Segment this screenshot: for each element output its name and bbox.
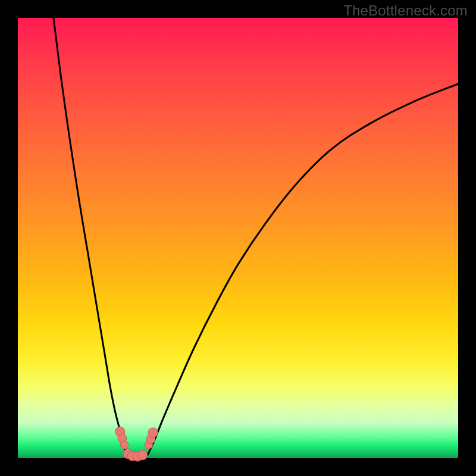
data-marker <box>137 450 147 460</box>
curve-layer <box>54 18 458 458</box>
chart-plot-area <box>18 18 458 458</box>
curve-left-branch <box>54 18 126 455</box>
data-marker <box>120 441 128 449</box>
chart-svg <box>18 18 458 458</box>
chart-frame: TheBottleneck.com <box>0 0 476 476</box>
curve-right-branch <box>148 84 458 455</box>
data-marker <box>148 428 158 437</box>
marker-layer <box>115 427 158 461</box>
watermark-text: TheBottleneck.com <box>343 2 468 19</box>
